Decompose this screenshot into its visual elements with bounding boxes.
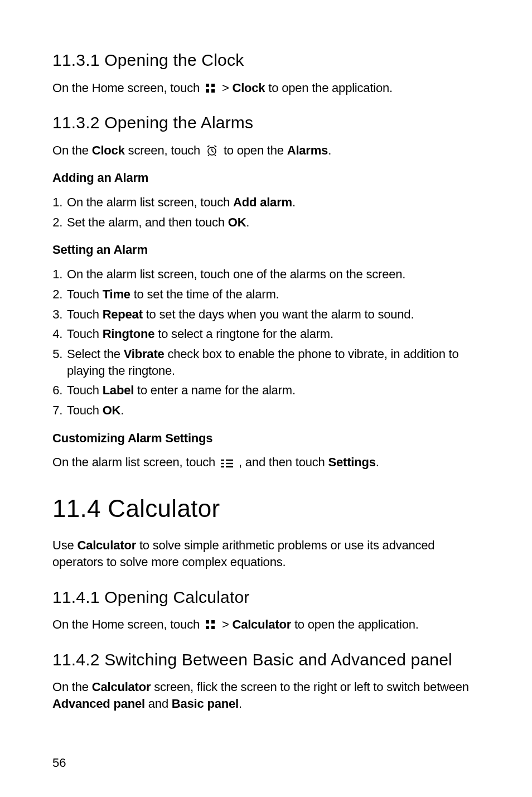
text: to select a ringtone for the alarm. <box>154 327 333 341</box>
text: Select the <box>67 347 124 361</box>
text: to enter a name for the alarm. <box>134 383 296 397</box>
text-bold: Settings <box>328 455 376 469</box>
text-bold: Ringtone <box>103 327 155 341</box>
list-item: Touch Ringtone to select a ringtone for … <box>66 326 480 342</box>
page-number: 56 <box>52 755 66 771</box>
svg-rect-0 <box>206 84 209 87</box>
menu-lines-icon <box>221 458 233 468</box>
list-item: On the alarm list screen, touch one of t… <box>66 266 480 283</box>
text-bold: Repeat <box>103 307 143 321</box>
heading-11-4-2: 11.4.2 Switching Between Basic and Advan… <box>52 649 480 672</box>
svg-line-7 <box>207 146 210 147</box>
text: On the <box>52 680 92 694</box>
text: Touch <box>67 403 103 417</box>
text: > <box>222 617 233 631</box>
text: On the alarm list screen, touch <box>52 455 219 469</box>
text: Touch <box>67 383 103 397</box>
text-bold: Calculator <box>77 538 136 552</box>
text-bold: Add alarm <box>233 195 292 209</box>
text: On the <box>52 143 92 157</box>
paragraph: On the Home screen, touch > Clock to ope… <box>52 80 480 96</box>
heading-11-4: 11.4 Calculator <box>52 492 480 525</box>
text: Touch <box>67 307 103 321</box>
list-item: Select the Vibrate check box to enable t… <box>66 346 480 379</box>
text: On the alarm list screen, touch <box>67 195 233 209</box>
text-bold: Clock <box>92 143 125 157</box>
svg-line-9 <box>208 154 209 156</box>
text-bold: Basic panel <box>172 697 239 711</box>
text: screen, flick the screen to the right or… <box>151 680 468 694</box>
svg-line-8 <box>215 146 217 147</box>
text: , and then touch <box>239 455 328 469</box>
text: screen, touch <box>125 143 204 157</box>
paragraph: Use Calculator to solve simple arithmeti… <box>52 537 480 570</box>
text: Touch <box>67 287 103 301</box>
text: to set the days when you want the alarm … <box>143 307 414 321</box>
svg-line-10 <box>215 154 216 156</box>
svg-rect-17 <box>206 620 209 624</box>
paragraph: On the Home screen, touch > Calculator t… <box>52 616 480 633</box>
text: . <box>328 143 331 157</box>
apps-grid-icon <box>205 620 216 631</box>
text: On the Home screen, touch <box>52 81 203 95</box>
text-bold: Calculator <box>232 617 291 631</box>
subheading-adding-alarm: Adding an Alarm <box>52 170 480 186</box>
ordered-list: On the alarm list screen, touch one of t… <box>52 266 480 419</box>
svg-rect-2 <box>206 89 209 93</box>
list-item: On the alarm list screen, touch Add alar… <box>66 194 480 211</box>
paragraph: On the Clock screen, touch to open the A… <box>52 142 480 159</box>
text: to open the application. <box>265 81 393 95</box>
svg-rect-18 <box>211 620 215 624</box>
text-bold: Calculator <box>92 680 151 694</box>
text-bold: Vibrate <box>124 347 165 361</box>
text: . <box>246 215 249 229</box>
paragraph: On the alarm list screen, touch , and th… <box>52 454 480 471</box>
text: > <box>222 81 233 95</box>
paragraph: On the Calculator screen, flick the scre… <box>52 679 480 712</box>
ordered-list: On the alarm list screen, touch Add alar… <box>52 194 480 230</box>
text: On the Home screen, touch <box>52 617 203 631</box>
heading-11-3-1: 11.3.1 Opening the Clock <box>52 49 480 72</box>
text-bold: Advanced panel <box>52 697 145 711</box>
apps-grid-icon <box>205 83 216 94</box>
text: to open the <box>224 143 287 157</box>
svg-rect-1 <box>211 84 215 87</box>
text: Touch <box>67 327 103 341</box>
text: to open the application. <box>291 617 419 631</box>
subheading-setting-alarm: Setting an Alarm <box>52 241 480 258</box>
text: and <box>145 697 172 711</box>
text-bold: Alarms <box>287 143 328 157</box>
alarm-clock-icon <box>206 144 218 157</box>
text: . <box>292 195 296 209</box>
svg-rect-20 <box>211 626 215 629</box>
text: to set the time of the alarm. <box>130 287 279 301</box>
text-bold: OK <box>103 403 121 417</box>
svg-rect-19 <box>206 626 209 629</box>
subheading-customizing-alarm: Customizing Alarm Settings <box>52 430 480 447</box>
text-bold: Clock <box>232 81 265 95</box>
text: Set the alarm, and then touch <box>67 215 228 229</box>
list-item: Touch Time to set the time of the alarm. <box>66 286 480 303</box>
heading-11-3-2: 11.3.2 Opening the Alarms <box>52 112 480 134</box>
list-item: Touch Label to enter a name for the alar… <box>66 382 480 399</box>
text: . <box>376 455 379 469</box>
text: . <box>120 403 124 417</box>
heading-11-4-1: 11.4.1 Opening Calculator <box>52 586 480 609</box>
list-item: Set the alarm, and then touch OK. <box>66 214 480 231</box>
text: Use <box>52 538 77 552</box>
text: On the alarm list screen, touch one of t… <box>67 267 405 281</box>
text-bold: Label <box>103 383 134 397</box>
text: . <box>239 697 242 711</box>
list-item: Touch OK. <box>66 402 480 419</box>
svg-line-6 <box>212 151 214 152</box>
list-item: Touch Repeat to set the days when you wa… <box>66 306 480 323</box>
text-bold: Time <box>103 287 130 301</box>
text-bold: OK <box>228 215 246 229</box>
svg-rect-3 <box>211 89 215 93</box>
